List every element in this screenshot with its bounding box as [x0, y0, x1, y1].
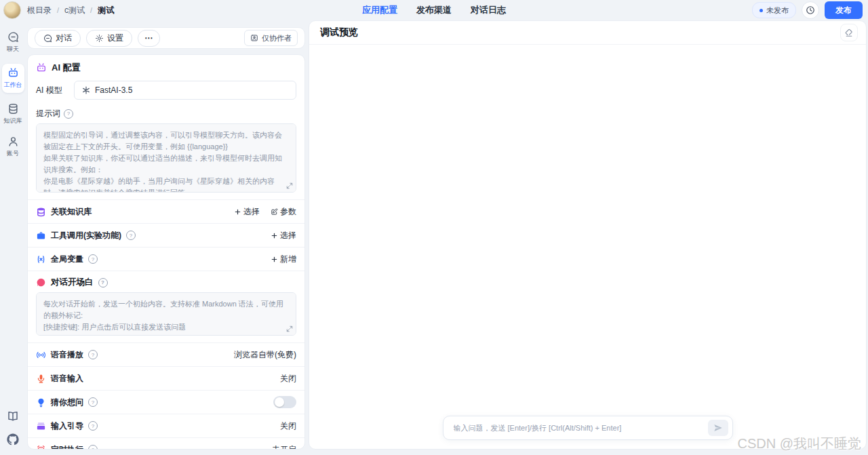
expand-icon[interactable]: [286, 325, 293, 332]
schedule-row: 定时执行 ? 未开启: [28, 437, 304, 450]
clear-chat-button[interactable]: [840, 24, 858, 41]
help-icon[interactable]: ?: [98, 278, 108, 288]
edit-icon: [271, 208, 278, 216]
sidebar-item-dataset[interactable]: 知识库: [4, 103, 22, 125]
status-badge: 未发布: [752, 2, 796, 18]
debug-title: 调试预览: [320, 26, 358, 39]
question-guide-row: 猜你想问 ?: [28, 390, 304, 414]
keyboard-icon: [36, 421, 46, 431]
tab-publish-channel[interactable]: 发布渠道: [416, 4, 452, 16]
more-button[interactable]: ⋯: [138, 30, 160, 47]
chat-mode-button[interactable]: 对话: [35, 30, 81, 47]
dataset-select-button[interactable]: 选择: [234, 206, 260, 218]
tts-value[interactable]: 浏览器自带(免费): [234, 349, 296, 361]
variables-label: 全局变量: [51, 254, 83, 265]
mode-toolbar: 对话 设置 ⋯ 仅协作者: [27, 27, 305, 49]
variable-icon: [36, 254, 46, 264]
ai-config-title: AI 配置: [52, 62, 81, 74]
help-icon[interactable]: ?: [88, 254, 98, 264]
briefcase-icon: [36, 231, 46, 241]
ai-config-section: AI 配置 AI 模型 FastAI-3.5 提示词 ?: [28, 55, 304, 199]
help-icon[interactable]: ?: [88, 397, 98, 407]
sidebar: 聊天 工作台 知识库 账号: [0, 20, 26, 455]
sidebar-item-chat[interactable]: 聊天: [7, 31, 19, 54]
expand-icon[interactable]: [286, 182, 293, 189]
app-root: 根目录 / c测试 / 测试 应用配置 发布渠道 对话日志 未发布 发布 聊天: [0, 0, 868, 455]
config-panel: 对话 设置 ⋯ 仅协作者 AI 配置 AI 模型: [27, 27, 305, 450]
welcome-textarea[interactable]: [36, 292, 296, 336]
collaborator-badge[interactable]: 仅协作者: [244, 30, 298, 46]
sidebar-item-account[interactable]: 账号: [7, 136, 19, 158]
tools-select-button[interactable]: 选择: [271, 230, 296, 241]
plus-icon: [271, 256, 278, 263]
eraser-icon: [844, 28, 854, 37]
help-icon[interactable]: ?: [126, 231, 136, 240]
status-dot-icon: [760, 9, 763, 12]
schedule-value[interactable]: 未开启: [272, 444, 296, 450]
publish-button[interactable]: 发布: [825, 1, 863, 19]
plus-icon: [234, 208, 241, 216]
user-icon: [7, 136, 19, 147]
sidebar-bottom: [7, 410, 19, 446]
chat-input[interactable]: [452, 423, 708, 433]
send-button[interactable]: [708, 420, 728, 436]
sound-wave-icon: [36, 350, 46, 360]
gear-icon: [95, 34, 104, 43]
help-icon[interactable]: ?: [88, 350, 98, 359]
debug-panel: 调试预览: [309, 20, 867, 450]
tools-label: 工具调用(实验功能): [51, 230, 121, 241]
help-icon[interactable]: ?: [88, 445, 98, 450]
welcome-section: 对话开场白 ?: [28, 271, 304, 342]
variables-row: 全局变量 ? 新增: [28, 247, 304, 271]
app-config-card: AI 配置 AI 模型 FastAI-3.5 提示词 ?: [27, 54, 305, 450]
dataset-row: 关联知识库 选择 参数: [28, 199, 304, 223]
dataset-params-button[interactable]: 参数: [271, 206, 296, 218]
tools-row: 工具调用(实验功能) ? 选择: [28, 223, 304, 247]
tts-row: 语音播放 ? 浏览器自带(免费): [28, 342, 304, 366]
input-guide-label: 输入引导: [51, 420, 83, 432]
prompt-textarea[interactable]: [36, 123, 296, 193]
tts-label: 语音播放: [51, 349, 83, 361]
microphone-icon: [36, 374, 46, 384]
settings-button[interactable]: 设置: [86, 30, 132, 47]
plus-icon: [271, 232, 278, 239]
input-guide-row: 输入引导 ? 关闭: [28, 414, 304, 437]
ai-robot-icon: [36, 62, 47, 73]
dataset-label: 关联知识库: [51, 206, 92, 218]
welcome-bubble-icon: [36, 277, 46, 288]
dataset-database-icon: [36, 207, 46, 217]
watermark: CSDN @我叫不睡觉: [737, 435, 861, 453]
member-card-icon: [250, 34, 258, 42]
chat-input-box: [443, 416, 733, 440]
lightbulb-icon: [36, 397, 46, 408]
database-icon: [7, 103, 19, 115]
header-tabs: 应用配置 发布渠道 对话日志: [0, 0, 868, 20]
tab-chat-logs[interactable]: 对话日志: [471, 4, 506, 16]
model-value: FastAI-3.5: [95, 85, 132, 95]
tab-app-config[interactable]: 应用配置: [362, 4, 397, 16]
input-guide-value[interactable]: 关闭: [280, 420, 296, 432]
question-guide-toggle[interactable]: [273, 396, 296, 408]
help-icon[interactable]: ?: [64, 109, 73, 119]
clock-icon: [806, 5, 815, 15]
model-select[interactable]: FastAI-3.5: [74, 81, 296, 100]
chat-bubble-icon: [7, 31, 19, 43]
model-label: AI 模型: [36, 85, 74, 96]
variables-add-button[interactable]: 新增: [271, 254, 296, 265]
stt-value[interactable]: 关闭: [280, 373, 296, 384]
chat-bubble-icon: [43, 34, 52, 43]
question-guide-label: 猜你想问: [51, 397, 83, 408]
stt-row: 语音输入 关闭: [28, 366, 304, 390]
alarm-clock-icon: [36, 445, 46, 450]
openai-logo-icon: [81, 85, 91, 95]
toggle-knob: [275, 397, 284, 407]
help-icon[interactable]: ?: [88, 421, 98, 431]
prompt-label: 提示词: [36, 108, 60, 119]
github-icon[interactable]: [7, 433, 19, 446]
robot-icon: [7, 67, 19, 79]
header-actions: 未发布 发布: [752, 1, 863, 19]
sidebar-item-workbench[interactable]: 工作台: [2, 64, 24, 93]
history-button[interactable]: [802, 1, 819, 19]
docs-book-icon[interactable]: [7, 410, 19, 422]
paper-plane-icon: [713, 423, 723, 433]
